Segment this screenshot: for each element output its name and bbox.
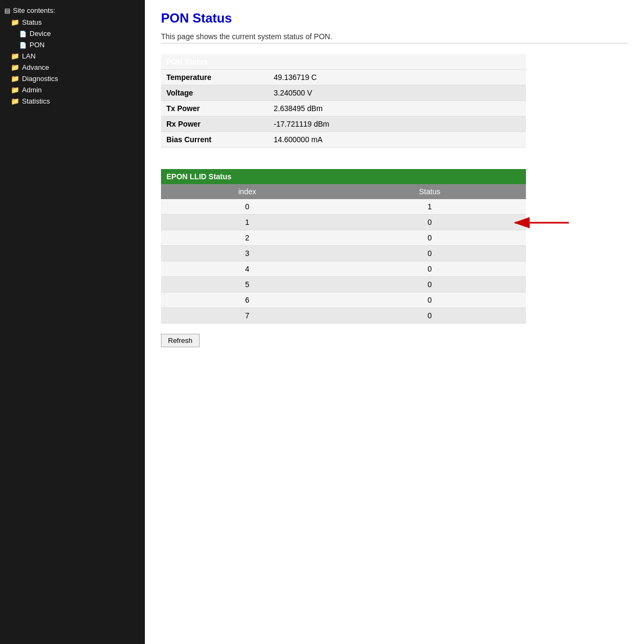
divider [161, 43, 628, 43]
llid-index: 1 [161, 215, 333, 230]
sidebar-item-advance[interactable]: Advance [0, 62, 145, 73]
llid-index: 5 [161, 277, 333, 292]
row-label: Rx Power [161, 116, 268, 132]
row-label: Voltage [161, 85, 268, 101]
table-row: 7 0 [161, 308, 526, 324]
row-value: -17.721119 dBm [268, 116, 526, 132]
table-row: 1 0 [161, 215, 526, 230]
llid-status: 0 [333, 277, 526, 292]
page-description: This page shows the current system statu… [161, 32, 628, 41]
table-row: Temperature 49.136719 C [161, 70, 526, 85]
table-row: Rx Power -17.721119 dBm [161, 116, 526, 132]
folder-icon [11, 63, 19, 71]
row-value: 2.638495 dBm [268, 101, 526, 116]
tree-icon [4, 6, 10, 14]
table-row: Bias Current 14.600000 mA [161, 132, 526, 148]
llid-index: 2 [161, 230, 333, 246]
site-contents-header: Site contents: [0, 4, 145, 17]
llid-status: 1 [333, 199, 526, 215]
llid-index: 0 [161, 199, 333, 215]
sidebar-item-label: Statistics [22, 97, 50, 105]
row-label: Tx Power [161, 101, 268, 116]
sidebar: Site contents: Status Device PON LAN Adv… [0, 0, 145, 644]
sidebar-item-pon[interactable]: PON [0, 39, 145, 50]
col-status-header: Status [333, 184, 526, 199]
file-icon [19, 41, 27, 49]
row-value: 49.136719 C [268, 70, 526, 85]
pon-status-table: PON Status Temperature 49.136719 C Volta… [161, 54, 526, 148]
sidebar-item-status[interactable]: Status [0, 17, 145, 28]
llid-index: 6 [161, 292, 333, 308]
site-contents-label: Site contents: [13, 6, 55, 14]
table-row: Tx Power 2.638495 dBm [161, 101, 526, 116]
llid-index: 7 [161, 308, 333, 324]
table-row: 3 0 [161, 246, 526, 261]
epon-llid-table: EPON LLID Status index Status 0 1 1 0 2 … [161, 169, 526, 324]
sidebar-item-lan[interactable]: LAN [0, 50, 145, 62]
sidebar-item-label: PON [30, 41, 45, 49]
row-label: Temperature [161, 70, 268, 85]
sidebar-item-label: Device [30, 30, 51, 38]
table-row: 0 1 [161, 199, 526, 215]
table-row: 2 0 [161, 230, 526, 246]
epon-table-wrapper: EPON LLID Status index Status 0 1 1 0 2 … [161, 169, 526, 332]
folder-icon [11, 97, 19, 105]
table-row: Voltage 3.240500 V [161, 85, 526, 101]
folder-icon [11, 75, 19, 83]
sidebar-item-label: LAN [22, 52, 35, 60]
sidebar-item-statistics[interactable]: Statistics [0, 96, 145, 107]
sidebar-item-label: Diagnostics [22, 75, 58, 83]
row-label: Bias Current [161, 132, 268, 148]
table-row: 6 0 [161, 292, 526, 308]
llid-status: 0 [333, 246, 526, 261]
llid-status: 0 [333, 261, 526, 277]
epon-llid-header: EPON LLID Status [161, 169, 526, 184]
table-row: 4 0 [161, 261, 526, 277]
folder-icon [11, 18, 19, 26]
pon-status-header: PON Status [161, 54, 526, 70]
folder-icon [11, 86, 19, 94]
llid-status: 0 [333, 292, 526, 308]
llid-status: 0 [333, 308, 526, 324]
sidebar-item-admin[interactable]: Admin [0, 84, 145, 96]
sidebar-item-label: Advance [22, 63, 49, 71]
llid-status: 0 [333, 215, 526, 230]
col-index-header: index [161, 184, 333, 199]
folder-icon [11, 52, 19, 60]
llid-index: 3 [161, 246, 333, 261]
sidebar-item-diagnostics[interactable]: Diagnostics [0, 73, 145, 84]
llid-status: 0 [333, 230, 526, 246]
sidebar-item-label: Admin [22, 86, 42, 94]
llid-index: 4 [161, 261, 333, 277]
sidebar-item-label: Status [22, 18, 42, 26]
main-content: PON Status This page shows the current s… [145, 0, 644, 644]
table-row: 5 0 [161, 277, 526, 292]
refresh-button[interactable]: Refresh [161, 334, 200, 347]
row-value: 3.240500 V [268, 85, 526, 101]
file-icon [19, 30, 27, 38]
page-title: PON Status [161, 11, 628, 26]
row-value: 14.600000 mA [268, 132, 526, 148]
sidebar-item-device[interactable]: Device [0, 28, 145, 39]
